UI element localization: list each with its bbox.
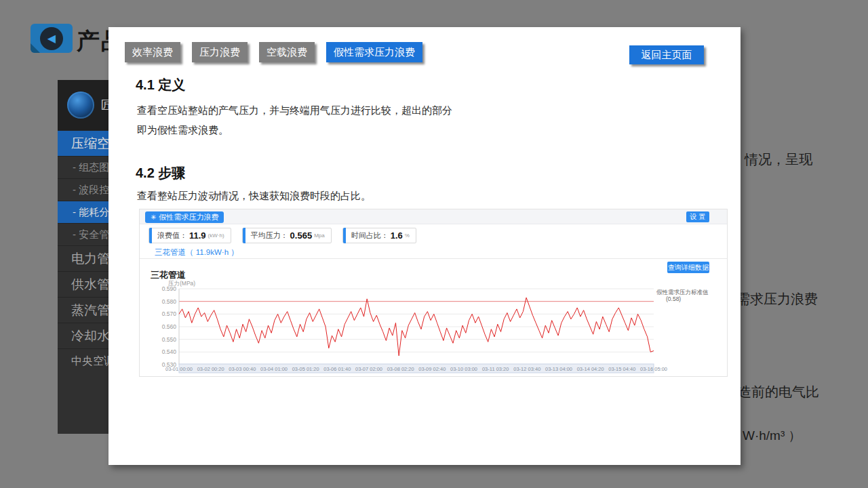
dashboard-title-badge: ✳ 假性需求压力浪费 [145, 211, 224, 223]
steps-heading: 4.2 步骤 [136, 164, 185, 182]
stat-label: 时间占比： [351, 230, 389, 241]
stat-label: 浪费值： [157, 230, 187, 241]
definition-line-2: 即为假性需求浪费。 [137, 120, 452, 140]
dashboard-title-text: 假性需求压力浪费 [159, 211, 218, 223]
x-tick-label: 03-07 02:00 [355, 366, 382, 372]
definition-text: 查看空压站整站的产气压力，并与终端用气压力进行比较，超出的部分 即为假性需求浪费… [137, 100, 452, 140]
tab-bar: 效率浪费压力浪费空载浪费假性需求压力浪费 [125, 42, 422, 62]
definition-line-1: 查看空压站整站的产气压力，并与终端用气压力进行比较，超出的部分 [137, 100, 452, 120]
app-logo[interactable]: ◀ [31, 24, 73, 53]
x-tick-label: 03-01 00:00 [165, 366, 193, 372]
background-text-fragment: 造前的电气比 [738, 383, 819, 401]
reference-line-label: 假性需求压力标准值 [656, 289, 727, 296]
x-tick-label: 03-11 03:20 [482, 366, 509, 372]
x-tick-label: 03-16 05:00 [640, 366, 667, 372]
x-tick-label: 03-05 01:20 [292, 366, 319, 372]
snowflake-icon: ✳ [151, 211, 156, 223]
y-tick-label: 0.560 [162, 323, 177, 330]
stat-box: 浪费值：11.9(kW·h) [149, 228, 231, 243]
y-tick-label: 0.550 [162, 336, 177, 343]
reference-line-value: (0.58) [656, 296, 727, 302]
x-tick-label: 03-12 03:40 [513, 366, 540, 372]
stat-unit: % [405, 232, 410, 239]
help-modal: 效率浪费压力浪费空载浪费假性需求压力浪费 返回主页面 4.1 定义 查看空压站整… [108, 27, 741, 465]
dashboard-header-bar [140, 209, 727, 224]
pipe-tab[interactable]: 三花管道（ 11.9kW·h ） [155, 247, 239, 258]
x-tick-label: 03-02 00:20 [197, 366, 224, 372]
stat-box: 平均压力：0.565Mpa [242, 228, 332, 243]
y-tick-label: 0.580 [162, 298, 177, 305]
back-to-main-button[interactable]: 返回主页面 [629, 45, 704, 64]
logo-fold-decoration [31, 43, 40, 53]
x-tick-label: 03-10 03:00 [450, 366, 477, 372]
brand-logo-icon [67, 92, 94, 119]
x-tick-label: 03-15 04:40 [608, 366, 635, 372]
stat-box: 时间占比：1.6% [342, 228, 416, 243]
definition-heading: 4.1 定义 [136, 76, 185, 94]
settings-button[interactable]: 设 置 [686, 211, 709, 222]
y-tick-label: 0.570 [162, 310, 177, 317]
stat-value: 11.9 [189, 230, 206, 241]
tab-inactive[interactable]: 空载浪费 [259, 42, 315, 62]
tab-inactive[interactable]: 压力浪费 [192, 42, 248, 62]
x-tick-label: 03-13 04:00 [545, 366, 572, 372]
tab-active[interactable]: 假性需求压力浪费 [326, 42, 422, 62]
stat-unit: Mpa [314, 232, 325, 239]
stats-row: 浪费值：11.9(kW·h)平均压力：0.565Mpa时间占比：1.6% [149, 228, 416, 243]
tab-divider [140, 258, 727, 259]
x-tick-label: 03-04 01:00 [260, 366, 288, 372]
y-tick-label: 0.540 [162, 348, 177, 355]
x-tick-label: 03-03 00:40 [229, 366, 256, 372]
stat-label: 平均压力： [251, 230, 288, 241]
reference-line-annotation: 假性需求压力标准值 (0.58) [656, 289, 727, 302]
x-tick-label: 03-08 02:20 [387, 366, 414, 372]
query-detail-button[interactable]: 查询详细数据 [667, 262, 709, 273]
x-tick-label: 03-14 04:20 [577, 366, 604, 372]
x-tick-label: 03-09 02:40 [418, 366, 446, 372]
steps-text: 查看整站压力波动情况，快速获知浪费时段的占比。 [137, 186, 371, 205]
back-arrow-icon: ◀ [40, 27, 63, 50]
background-text-fragment: W·h/m³ ） [743, 427, 802, 445]
y-tick-label: 0.590 [162, 285, 177, 292]
pressure-line-chart: 0.5900.5800.5700.5600.5500.5400.53003-01… [140, 285, 728, 378]
tab-inactive[interactable]: 效率浪费 [125, 42, 180, 62]
stat-unit: (kW·h) [208, 232, 224, 239]
background-text-fragment: 需求压力浪费 [736, 290, 818, 308]
dashboard-screenshot: ✳ 假性需求压力浪费 设 置 浪费值：11.9(kW·h)平均压力：0.565M… [139, 209, 728, 377]
x-tick-label: 03-06 01:40 [323, 366, 351, 372]
stat-value: 0.565 [290, 230, 313, 241]
stat-value: 1.6 [391, 230, 403, 241]
background-text-fragment: 情况，呈现 [745, 150, 812, 169]
